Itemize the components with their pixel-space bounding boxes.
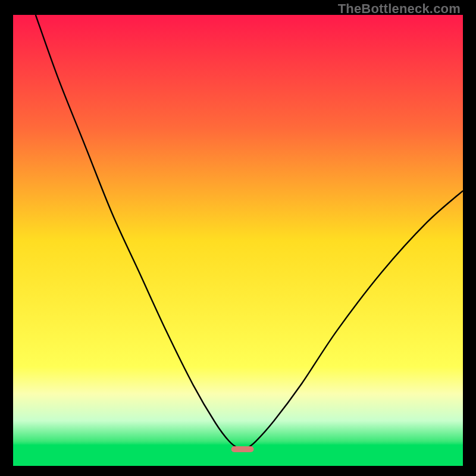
chart-frame: [13, 15, 463, 466]
watermark-label: TheBottleneck.com: [338, 1, 461, 17]
bottleneck-chart: [13, 15, 463, 466]
gradient-background: [13, 15, 463, 466]
optimum-marker: [231, 446, 254, 452]
